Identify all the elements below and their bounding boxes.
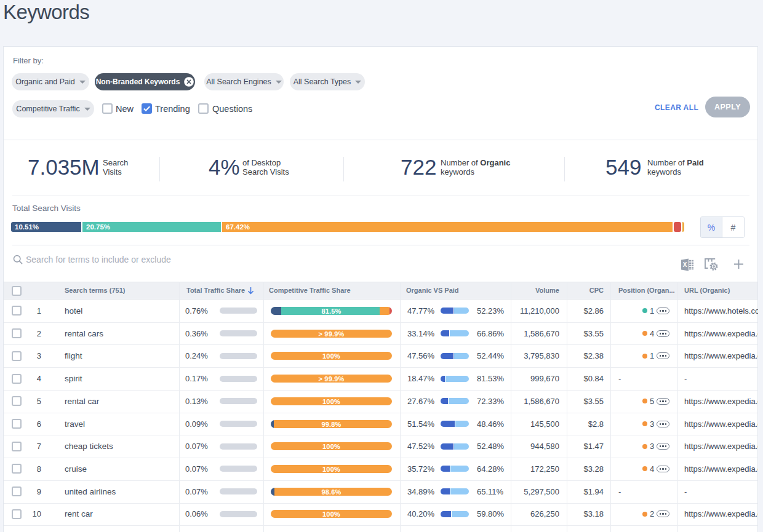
- svg-text:X: X: [683, 261, 687, 268]
